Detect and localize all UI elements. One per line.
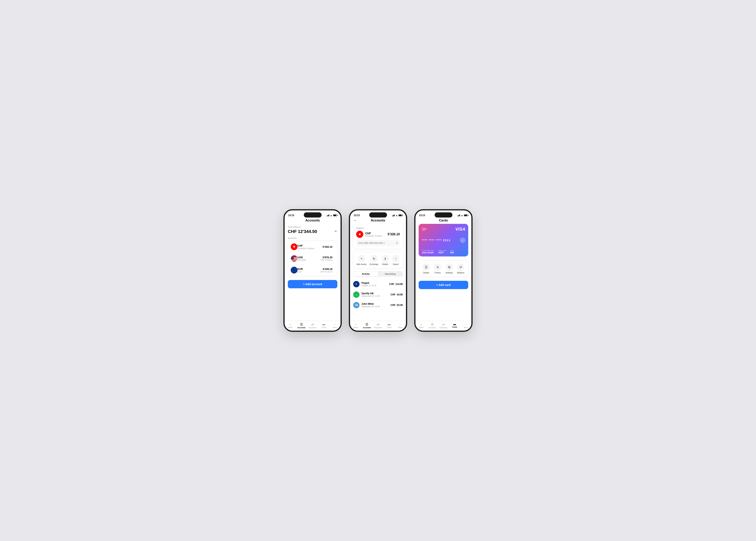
- transaction-spotify[interactable]: ♫ Spotify AB September 26, 12:28 CHF -16…: [353, 289, 403, 300]
- card-action-replace[interactable]: ↺ Replace: [457, 264, 464, 274]
- transaction-info-john: John Miller September 24, 09:42: [362, 302, 390, 308]
- nav-header-3: Cards: [415, 218, 471, 224]
- balance-amount-large: 5'326.10: [387, 233, 400, 236]
- transaction-john[interactable]: JM John Miller September 24, 09:42 CHF -…: [353, 300, 403, 310]
- exchange-label: Exchange: [370, 263, 378, 266]
- chevron-icon-usd: ›: [334, 257, 335, 260]
- transaction-date-paypal: October 3, 23:18: [362, 284, 389, 287]
- activity-tabs-row: Activity Upcoming: [353, 271, 403, 276]
- account-currency-chf: CHF: [298, 244, 323, 247]
- balance-section: Balance ✚ CHF Schweizer Franken 5'326.10…: [353, 224, 403, 249]
- wifi-icon-2: ▲: [395, 214, 398, 217]
- page-body-1: Total Balance CHF 12'344.50 👁 Accounts ✚…: [285, 224, 341, 321]
- page-title-2: Accounts: [371, 219, 385, 222]
- tab-accounts-2[interactable]: ☰ Accounts: [361, 322, 373, 329]
- phone-1: 13:13 ▲ Accounts Total Balance: [283, 209, 342, 332]
- account-balance-usd: 2'876.30: [321, 256, 333, 259]
- account-item-eur[interactable]: ★ ★ ★ ★ ★ ★ ★ ★: [288, 265, 337, 276]
- tab-more-3[interactable]: ··· More: [460, 322, 471, 329]
- card-replace-label: Replace: [457, 272, 464, 274]
- card-container: )))• VISA **** **** **** 2511 › Card hol…: [419, 224, 468, 257]
- tab-more-label-2: More: [398, 326, 402, 328]
- tab-home-label-3: Home: [419, 326, 423, 328]
- copy-icon[interactable]: ⧉: [396, 242, 398, 245]
- transaction-paypal[interactable]: P Paypal October 3, 23:18 CHF -114.90: [353, 279, 403, 289]
- add-card-button[interactable]: + Add card: [419, 281, 468, 289]
- account-name-usd: US Dollar: [298, 259, 321, 261]
- accounts-section-label: Accounts: [288, 237, 337, 239]
- svg-text:★: ★: [292, 269, 293, 270]
- usd-flag: [291, 255, 298, 262]
- phone-2: 13:13 ▲ ← Accounts: [349, 209, 407, 332]
- tab-more-1[interactable]: ··· More: [329, 322, 341, 329]
- tab-home-2[interactable]: ⌂ Home: [350, 322, 361, 329]
- accounts-icon-3: ☰: [431, 322, 434, 326]
- action-exchange[interactable]: ↻ Exchange: [370, 255, 378, 266]
- action-add-money[interactable]: + Add money: [357, 255, 367, 266]
- home-icon-1: ⌂: [289, 322, 291, 326]
- action-export[interactable]: ↑ Export: [392, 255, 399, 266]
- cards-icon-2: ▬: [387, 322, 391, 326]
- john-miller-logo: JM: [353, 302, 360, 308]
- nav-header-1: Accounts: [285, 218, 341, 224]
- tab-bar-3: ⌂ Home ☰ Accounts ⇄ Payments ▬ Cards ···: [415, 321, 471, 330]
- account-item-usd[interactable]: USD US Dollar 2'876.30 CHF 2708.30 ›: [288, 253, 337, 265]
- tab-cards-1[interactable]: ▬ Cards: [318, 322, 330, 329]
- status-icons-1: ▲: [327, 214, 337, 217]
- payments-icon-1: ⇄: [311, 322, 314, 326]
- nfc-icon: )))•: [422, 227, 426, 231]
- tab-more-label-1: More: [333, 326, 337, 328]
- card-action-settings[interactable]: ⚙ Settings: [445, 264, 453, 274]
- payments-icon-2: ⇄: [377, 322, 379, 326]
- wifi-icon-1: ▲: [330, 214, 332, 217]
- tab-bar-2: ⌂ Home ☰ Accounts ⇄ Payments ▬ Cards ···: [350, 321, 406, 330]
- account-info-eur: EUR Euro: [298, 268, 320, 273]
- tab-cards-2[interactable]: ▬ Cards: [383, 322, 395, 329]
- export-icon: ↑: [392, 255, 399, 263]
- transaction-name-spotify: Spotify AB: [362, 292, 390, 295]
- actions-row: + Add money ↻ Exchange ℹ Details ↑ Expor…: [353, 252, 403, 268]
- card-freeze-label: Freeze: [435, 272, 441, 274]
- card-details-label: Details: [423, 272, 429, 274]
- tab-home-1[interactable]: ⌂ Home: [285, 322, 296, 329]
- tab-cards-3[interactable]: ▬ Cards: [449, 322, 460, 329]
- more-icon-3: ···: [464, 322, 467, 326]
- tab-payments-2[interactable]: ⇄ Payments: [373, 322, 383, 329]
- tab-accounts-1[interactable]: ☰ Accounts: [296, 322, 307, 329]
- tab-accounts-label-1: Accounts: [297, 327, 305, 329]
- card-details-icon: ☰: [422, 264, 430, 271]
- card-actions-row: ☰ Details ✳ Freeze ⚙ Settings ↺ Replace: [419, 261, 468, 277]
- transaction-date-john: September 24, 09:42: [362, 305, 390, 308]
- back-button-2[interactable]: ←: [354, 219, 357, 223]
- add-account-button[interactable]: + Add account: [288, 280, 337, 288]
- account-currency-eur: EUR: [298, 268, 320, 270]
- tab-upcoming[interactable]: Upcoming: [378, 271, 402, 276]
- tab-cards-label-1: Cards: [321, 326, 326, 328]
- home-icon-2: ⌂: [355, 322, 357, 326]
- credit-card[interactable]: )))• VISA **** **** **** 2511 › Card hol…: [419, 224, 468, 257]
- chevron-icon-chf: ›: [334, 246, 335, 248]
- tab-more-2[interactable]: ··· More: [395, 322, 406, 329]
- account-item-chf[interactable]: ✚ CHF Schweizer Franken 5'326.10 ›: [288, 241, 337, 253]
- tab-accounts-3[interactable]: ☰ Accounts: [427, 322, 438, 329]
- card-arrow-icon[interactable]: ›: [460, 238, 465, 243]
- status-time-2: 13:13: [354, 214, 360, 217]
- tab-home-3[interactable]: ⌂ Home: [415, 322, 427, 329]
- card-action-details[interactable]: ☰ Details: [422, 264, 430, 274]
- hide-balance-icon[interactable]: 👁: [334, 230, 337, 233]
- battery-icon-2: [398, 214, 402, 216]
- page-title-1: Accounts: [305, 219, 320, 222]
- action-details[interactable]: ℹ Details: [381, 255, 389, 266]
- screen-content-1: Accounts Total Balance CHF 12'344.50 👁 A…: [285, 218, 341, 330]
- tab-payments-3[interactable]: ⇄ Payments: [438, 322, 449, 329]
- transaction-name-john: John Miller: [362, 302, 390, 305]
- tab-activity[interactable]: Activity: [354, 271, 378, 276]
- svg-rect-8: [291, 257, 294, 259]
- chf-flag: ✚: [291, 244, 298, 250]
- tab-payments-1[interactable]: ⇄ Payments: [307, 322, 318, 329]
- tab-home-label-2: Home: [353, 326, 358, 328]
- svg-text:★: ★: [294, 268, 295, 269]
- details-icon: ℹ: [381, 255, 389, 263]
- card-action-freeze[interactable]: ✳ Freeze: [434, 264, 441, 274]
- total-balance-amount: CHF 12'344.50: [288, 229, 317, 234]
